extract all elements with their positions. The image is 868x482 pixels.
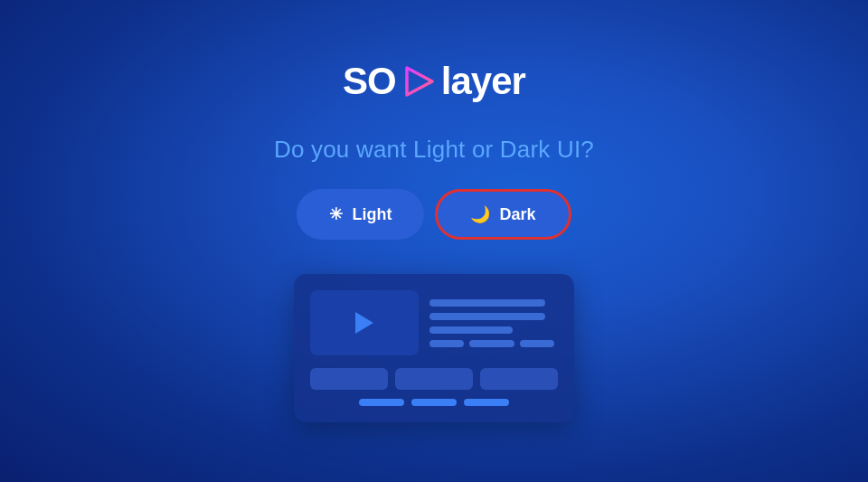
preview-play-icon — [355, 312, 373, 334]
preview-line-3 — [429, 326, 513, 334]
moon-icon: 🌙 — [470, 204, 490, 224]
preview-footer — [310, 399, 558, 406]
logo-so: SO — [343, 60, 396, 102]
preview-tag-1 — [429, 340, 464, 347]
light-label: Light — [352, 205, 392, 224]
logo-text: SO — [343, 60, 396, 103]
logo-player: layer — [441, 60, 525, 102]
preview-btn-3 — [480, 368, 558, 390]
dark-label: Dark — [499, 205, 535, 224]
preview-video-thumbnail — [310, 290, 419, 355]
theme-buttons: ✳ Light 🌙 Dark — [297, 189, 571, 240]
question-text: Do you want Light or Dark UI? — [274, 136, 594, 164]
preview-top-row — [310, 290, 558, 355]
preview-text-lines — [429, 290, 558, 355]
logo: SO layer — [343, 60, 525, 103]
preview-line-1 — [429, 299, 545, 307]
sun-icon: ✳ — [329, 204, 343, 224]
preview-bottom-row — [310, 368, 558, 390]
preview-footer-1 — [359, 399, 404, 406]
preview-tag-2 — [469, 340, 514, 347]
preview-footer-2 — [411, 399, 457, 406]
preview-line-2 — [429, 313, 545, 320]
logo-play-icon — [398, 61, 439, 102]
preview-btn-1 — [310, 368, 388, 390]
ui-preview-card — [294, 274, 574, 422]
light-theme-button[interactable]: ✳ Light — [297, 189, 424, 240]
preview-footer-3 — [464, 399, 509, 406]
preview-btn-2 — [395, 368, 473, 390]
preview-tags — [429, 340, 558, 347]
logo-player-text: layer — [441, 60, 525, 103]
preview-tag-3 — [520, 340, 554, 347]
dark-theme-button[interactable]: 🌙 Dark — [435, 189, 571, 240]
